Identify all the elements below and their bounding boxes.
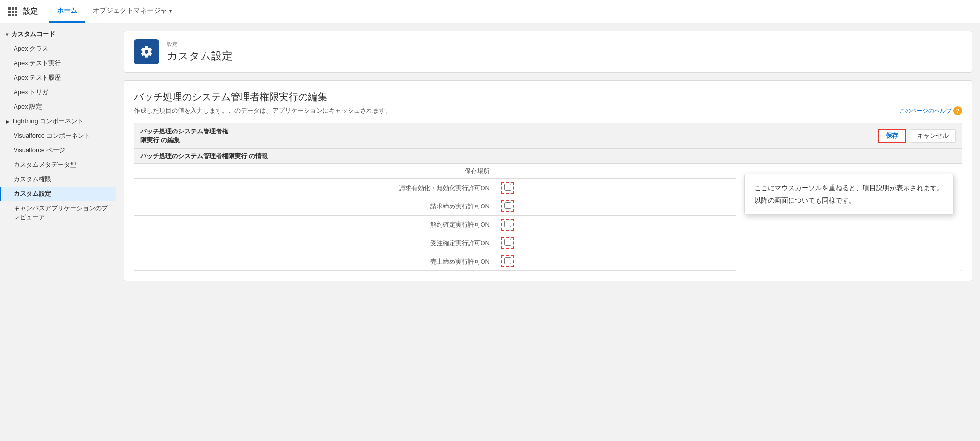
form-toolbar-label: バッチ処理のシステム管理者権限実行 の編集 <box>140 127 874 145</box>
table-row: 受注確定実行許可ON <box>134 234 736 252</box>
nav-tab-object-manager[interactable]: オブジェクトマネージャ ▾ <box>85 0 179 23</box>
sidebar-item-apex-class[interactable]: Apex クラス <box>0 42 116 56</box>
page-header-text: 設定 カスタム設定 <box>167 41 233 63</box>
nav-brand-label: 設定 <box>23 7 38 16</box>
sidebar-section-custom-code[interactable]: ▾ カスタムコード <box>0 27 116 42</box>
sidebar-item-custom-settings[interactable]: カスタム設定 <box>0 187 116 201</box>
field-label-row2: 請求締め実行許可ON <box>134 197 496 216</box>
form-table: 保存場所 請求有効化・無効化実行許可ON <box>134 164 736 271</box>
svg-rect-7 <box>12 14 14 16</box>
checkbox-highlight-3 <box>501 219 514 231</box>
content-area: 設定 カスタム設定 バッチ処理のシステム管理者権限実行の編集 作成した項目の値を… <box>116 23 980 441</box>
field-label-row3: 解約確定実行許可ON <box>134 216 496 234</box>
checkbox-highlight-2 <box>501 200 514 212</box>
nav-tab-home[interactable]: ホーム <box>49 0 85 23</box>
app-launcher-icon[interactable] <box>6 5 19 18</box>
chevron-down-icon: ▾ <box>6 32 8 37</box>
form-toolbar: バッチ処理のシステム管理者権限実行 の編集 保存 キャンセル <box>134 123 962 149</box>
chevron-down-icon: ▾ <box>169 8 172 14</box>
main-content: バッチ処理のシステム管理者権限実行の編集 作成した項目の値を入力します。このデー… <box>124 80 972 281</box>
save-button[interactable]: 保存 <box>878 129 906 143</box>
table-row: 売上締め実行許可ON <box>134 252 736 271</box>
field-value-row5 <box>496 252 736 271</box>
sidebar-item-apex-settings[interactable]: Apex 設定 <box>0 100 116 114</box>
sidebar-item-canvas-app[interactable]: キャンバスアプリケーションのプレビューア <box>0 201 116 224</box>
top-navigation: 設定 ホーム オブジェクトマネージャ ▾ <box>0 0 980 23</box>
field-value-row3 <box>496 216 736 234</box>
checkbox-row3[interactable] <box>504 220 511 227</box>
checkbox-row2[interactable] <box>504 202 511 209</box>
cancel-button[interactable]: キャンセル <box>910 129 956 143</box>
checkbox-row4[interactable] <box>504 239 511 246</box>
sidebar-section-lightning[interactable]: ▶ Lightning コンポーネント <box>0 114 116 129</box>
checkbox-highlight-4 <box>501 237 514 249</box>
checkbox-row5[interactable] <box>504 257 511 264</box>
table-row: 請求締め実行許可ON <box>134 197 736 216</box>
nav-tabs: ホーム オブジェクトマネージャ ▾ <box>49 0 179 23</box>
sidebar-item-apex-trigger[interactable]: Apex トリガ <box>0 85 116 100</box>
svg-rect-8 <box>15 14 17 16</box>
form-card: バッチ処理のシステム管理者権限実行 の編集 保存 キャンセル バッチ処理のシステ… <box>134 123 962 271</box>
svg-rect-6 <box>8 14 11 16</box>
checkbox-highlight-1 <box>501 182 514 194</box>
checkbox-row1[interactable] <box>504 184 511 191</box>
table-row: 解約確定実行許可ON <box>134 216 736 234</box>
page-header-title: カスタム設定 <box>167 49 233 63</box>
sidebar-item-apex-test-run[interactable]: Apex テスト実行 <box>0 56 116 71</box>
sidebar-item-custom-permission[interactable]: カスタム権限 <box>0 172 116 187</box>
tooltip-line1: ここにマウスカーソルを重ねると、項目説明が表示されます。 <box>754 182 944 194</box>
svg-rect-1 <box>12 7 14 10</box>
page-title: バッチ処理のシステム管理者権限実行の編集 <box>134 90 962 103</box>
help-link[interactable]: このページのヘルプ ? <box>899 106 962 115</box>
page-subtitle: 作成した項目の値を入力します。このデータは、アプリケーションにキャッシュされます… <box>134 106 962 115</box>
checkbox-highlight-5 <box>501 255 514 267</box>
svg-rect-5 <box>15 11 17 13</box>
form-section-header: バッチ処理のシステム管理者権限実行 の情報 <box>134 149 962 164</box>
field-value-row1 <box>496 179 736 197</box>
tooltip-popup: ここにマウスカーソルを重ねると、項目説明が表示されます。 以降の画面についても同… <box>744 174 954 214</box>
field-value-row4 <box>496 234 736 252</box>
sidebar: ▾ カスタムコード Apex クラス Apex テスト実行 Apex テスト履歴… <box>0 23 116 441</box>
help-icon: ? <box>953 106 962 115</box>
field-label-row1: 請求有効化・無効化実行許可ON <box>134 179 496 197</box>
svg-rect-2 <box>15 7 17 10</box>
tooltip-line2: 以降の画面についても同様です。 <box>754 194 944 206</box>
page-header-icon <box>134 39 159 64</box>
sidebar-item-visualforce-page[interactable]: Visualforce ページ <box>0 143 116 158</box>
sidebar-item-custom-metadata[interactable]: カスタムメタデータ型 <box>0 158 116 172</box>
sidebar-item-apex-test-history[interactable]: Apex テスト履歴 <box>0 71 116 85</box>
field-value-storage <box>496 164 736 179</box>
svg-rect-4 <box>12 11 14 13</box>
field-label-row4: 受注確定実行許可ON <box>134 234 496 252</box>
svg-rect-0 <box>8 7 11 10</box>
field-label-storage: 保存場所 <box>134 164 496 179</box>
form-body: 保存場所 請求有効化・無効化実行許可ON <box>134 164 962 271</box>
table-row: 保存場所 <box>134 164 736 179</box>
sidebar-item-visualforce-component[interactable]: Visualforce コンポーネント <box>0 129 116 143</box>
page-header-subtitle: 設定 <box>167 41 233 48</box>
table-row: 請求有効化・無効化実行許可ON <box>134 179 736 197</box>
chevron-right-icon: ▶ <box>6 119 10 124</box>
field-value-row2 <box>496 197 736 216</box>
main-layout: ▾ カスタムコード Apex クラス Apex テスト実行 Apex テスト履歴… <box>0 23 980 441</box>
page-header-card: 設定 カスタム設定 <box>124 31 972 73</box>
svg-rect-3 <box>8 11 11 13</box>
form-table-wrapper: 保存場所 請求有効化・無効化実行許可ON <box>134 164 736 271</box>
field-label-row5: 売上締め実行許可ON <box>134 252 496 271</box>
